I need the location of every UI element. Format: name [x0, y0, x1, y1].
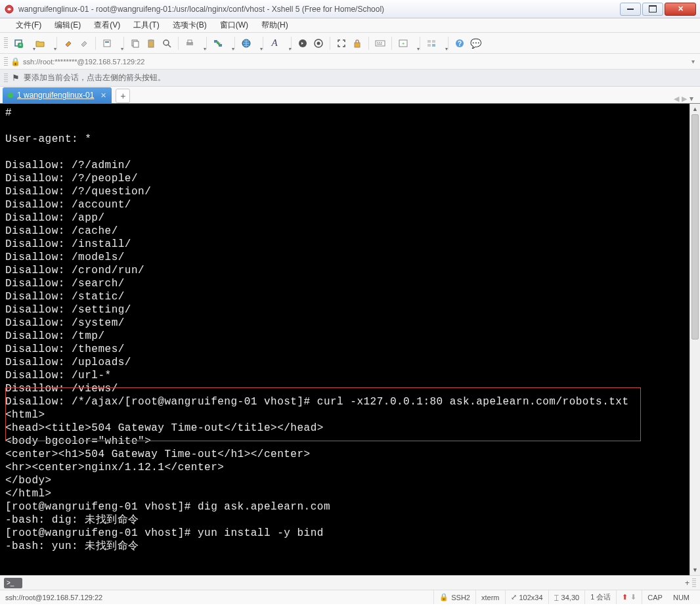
menu-edit[interactable]: 编辑(E) [48, 18, 87, 32]
status-terminal-type: xterm [481, 594, 500, 601]
menu-tools[interactable]: 工具(T) [127, 18, 165, 32]
svg-line-11 [168, 45, 171, 47]
scroll-down-icon[interactable]: ▼ [690, 565, 700, 575]
cursor-icon: ⌶ [554, 594, 559, 601]
tab-next-icon[interactable]: ▶ [682, 95, 687, 103]
copy-icon[interactable] [128, 36, 142, 51]
disconnect-icon[interactable] [77, 36, 91, 51]
tile-icon[interactable]: ▾ [424, 36, 444, 51]
scroll-track[interactable] [690, 114, 700, 565]
resize-icon: ⤢ [511, 593, 517, 601]
svg-rect-24 [381, 42, 382, 43]
address-text[interactable]: ssh://root:********@192.168.57.129:22 [23, 58, 691, 66]
local-shell-icon[interactable]: >_ [4, 578, 22, 588]
menu-file[interactable]: 文件(F) [9, 18, 48, 32]
fullscreen-icon[interactable] [334, 36, 349, 51]
svg-rect-7 [133, 41, 139, 47]
globe-icon[interactable]: ▾ [239, 36, 259, 51]
svg-rect-28 [427, 40, 431, 43]
font-icon[interactable]: A▾ [267, 36, 287, 51]
maximize-button[interactable] [642, 3, 663, 16]
vertical-scrollbar[interactable]: ▲ ▼ [689, 104, 700, 575]
chat-icon[interactable]: 💬 [468, 36, 483, 51]
localbar-grip [692, 578, 696, 588]
new-session-icon[interactable]: +▾ [12, 36, 32, 51]
toolbar: +▾ ▾ ▾ ▾ ▾ ▾ A▾ +▾ ▾ ? 💬 [0, 33, 700, 54]
close-button[interactable] [665, 3, 696, 16]
addressbar-grip [4, 57, 8, 66]
svg-text:?: ? [458, 40, 462, 47]
scroll-thumb[interactable] [691, 114, 699, 339]
svg-rect-13 [188, 40, 192, 43]
terminal-area: # User-agent: * Disallow: /?/admin/ Disa… [0, 104, 700, 575]
download-arrow-icon: ⬇ [630, 593, 636, 601]
window-titlebar: wangruifenglinux-01 - root@wangruifeng-0… [0, 0, 700, 18]
session-tab-bar: 1 wangruifenglinux-01 ✕ + ◀ ▶ ▾ [0, 87, 700, 104]
svg-rect-23 [379, 42, 380, 43]
find-icon[interactable] [160, 36, 174, 51]
scroll-up-icon[interactable]: ▲ [690, 104, 700, 114]
status-bar: ssh://root@192.168.57.129:22 🔒SSH2 xterm… [0, 590, 700, 604]
svg-text:+: + [402, 41, 405, 47]
window-controls [619, 3, 696, 16]
upload-arrow-icon: ⬆ [622, 593, 628, 601]
lock-small-icon: 🔒 [11, 57, 20, 66]
svg-rect-4 [104, 40, 110, 47]
reconnect-icon[interactable] [61, 36, 76, 51]
svg-rect-25 [377, 43, 382, 45]
svg-rect-31 [432, 44, 435, 47]
transfer-icon[interactable]: ▾ [211, 36, 230, 51]
minimize-button[interactable] [620, 3, 641, 16]
properties-icon[interactable]: ▾ [100, 36, 120, 51]
menu-bar: 文件(F) 编辑(E) 查看(V) 工具(T) 选项卡(B) 窗口(W) 帮助(… [0, 18, 700, 33]
session-tab-label: 1 wangruifenglinux-01 [17, 91, 94, 100]
address-bar: 🔒 ssh://root:********@192.168.57.129:22 … [0, 54, 700, 70]
lock-icon[interactable] [350, 36, 364, 51]
print-icon[interactable]: ▾ [183, 36, 202, 51]
tab-close-icon[interactable]: ✕ [100, 91, 106, 100]
flag-icon[interactable]: ⚑ [12, 73, 20, 83]
menu-view[interactable]: 查看(V) [87, 18, 127, 32]
local-shell-bar: >_ + [0, 575, 700, 590]
tipbar-grip [4, 74, 8, 83]
window-title: wangruifenglinux-01 - root@wangruifeng-0… [18, 5, 619, 14]
app-icon [4, 4, 14, 14]
script-icon[interactable] [295, 36, 310, 51]
menu-options[interactable]: 选项卡(B) [166, 18, 213, 32]
status-sessions: 1 会话 [590, 592, 611, 602]
svg-rect-5 [105, 41, 109, 43]
paste-icon[interactable] [144, 36, 158, 51]
help-icon[interactable]: ? [452, 36, 467, 51]
svg-rect-29 [432, 40, 435, 43]
status-cap: CAP [647, 594, 663, 601]
status-cursor: 34,30 [561, 594, 580, 601]
record-icon[interactable] [311, 36, 326, 51]
svg-rect-20 [355, 43, 360, 47]
svg-rect-14 [214, 40, 217, 43]
toolbar-grip [4, 37, 8, 49]
terminal-output[interactable]: # User-agent: * Disallow: /?/admin/ Disa… [0, 104, 689, 575]
tab-prev-icon[interactable]: ◀ [674, 95, 679, 103]
tab-list-icon[interactable]: ▾ [689, 94, 693, 103]
tip-bar: ⚑ 要添加当前会话，点击左侧的箭头按钮。 [0, 70, 700, 87]
session-tab[interactable]: 1 wangruifenglinux-01 ✕ [3, 87, 112, 103]
menu-help[interactable]: 帮助(H) [255, 18, 295, 32]
keyboard-icon[interactable] [373, 36, 387, 51]
address-dropdown[interactable]: ▾ [691, 58, 695, 65]
menu-window[interactable]: 窗口(W) [213, 18, 255, 32]
svg-rect-30 [427, 44, 431, 47]
svg-rect-15 [219, 44, 222, 47]
status-connection: ssh://root@192.168.57.129:22 [5, 594, 102, 601]
tip-text: 要添加当前会话，点击左侧的箭头按钮。 [24, 72, 165, 83]
status-size: 102x34 [519, 594, 543, 601]
layout-icon[interactable]: +▾ [396, 36, 416, 51]
local-add-icon[interactable]: + [685, 578, 689, 588]
status-lock-icon: 🔒 [439, 593, 448, 601]
connected-dot-icon [8, 93, 13, 98]
svg-point-19 [317, 41, 320, 45]
svg-rect-22 [377, 42, 378, 43]
open-icon[interactable]: ▾ [33, 36, 53, 51]
svg-rect-9 [150, 39, 152, 41]
svg-point-10 [164, 40, 169, 45]
new-tab-button[interactable]: + [116, 89, 130, 103]
